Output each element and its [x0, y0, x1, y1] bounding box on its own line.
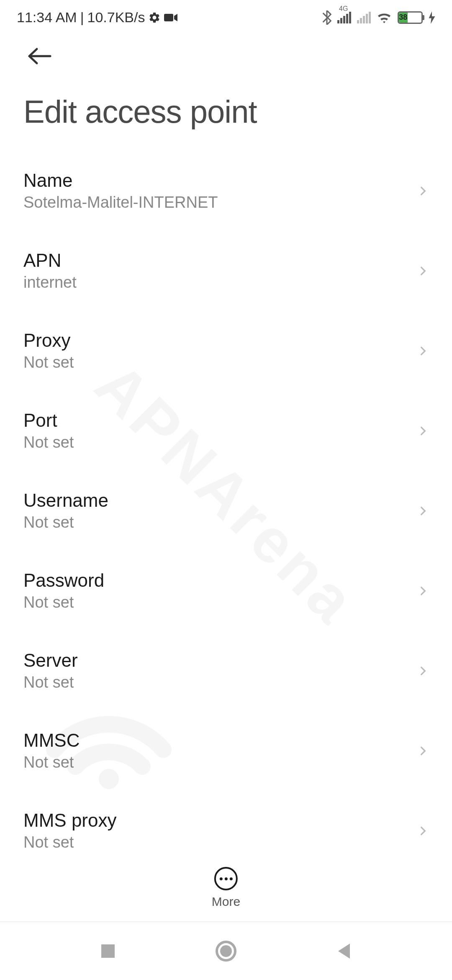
setting-value: Not set	[23, 593, 104, 611]
page-title: Edit access point	[0, 72, 452, 142]
wifi-icon	[377, 12, 392, 23]
chevron-right-icon	[418, 266, 429, 276]
setting-value: Not set	[23, 673, 78, 691]
setting-mms-proxy[interactable]: MMS proxy Not set	[0, 791, 452, 871]
setting-label: APN	[23, 250, 77, 271]
chevron-right-icon	[418, 346, 429, 356]
setting-value: Not set	[23, 433, 74, 451]
setting-value: Not set	[23, 353, 74, 371]
nav-bar	[0, 921, 452, 980]
setting-value: Sotelma-Malitel-INTERNET	[23, 193, 218, 211]
status-time: 11:34 AM	[17, 9, 77, 26]
setting-value: internet	[23, 273, 77, 291]
setting-value: Not set	[23, 753, 80, 771]
setting-label: Name	[23, 170, 218, 191]
square-icon	[100, 943, 116, 959]
signal-2-icon	[357, 12, 371, 23]
settings-list: Name Sotelma-Malitel-INTERNET APN intern…	[0, 142, 452, 879]
svg-point-4	[220, 945, 232, 957]
setting-value: Not set	[23, 513, 108, 531]
setting-proxy[interactable]: Proxy Not set	[0, 311, 452, 391]
more-label: More	[212, 895, 240, 909]
setting-label: MMS proxy	[23, 810, 116, 831]
circle-icon	[215, 940, 237, 962]
status-bar: 11:34 AM | 10.7KB/s 4G	[0, 0, 452, 33]
setting-server[interactable]: Server Not set	[0, 631, 452, 711]
battery-icon: 38	[398, 11, 423, 24]
setting-label: Server	[23, 650, 78, 671]
setting-label: Proxy	[23, 330, 74, 351]
nav-back-button[interactable]	[336, 942, 352, 960]
chevron-right-icon	[418, 665, 429, 676]
setting-label: Password	[23, 570, 104, 591]
setting-username[interactable]: Username Not set	[0, 471, 452, 551]
chevron-right-icon	[418, 186, 429, 196]
setting-label: Port	[23, 410, 74, 431]
nav-recent-button[interactable]	[100, 943, 116, 959]
chevron-right-icon	[418, 426, 429, 436]
more-button[interactable]: More	[212, 867, 240, 909]
signal-1-icon: 4G	[337, 12, 351, 23]
setting-port[interactable]: Port Not set	[0, 391, 452, 471]
setting-label: MMSC	[23, 730, 80, 751]
setting-value: Not set	[23, 833, 116, 851]
charging-icon	[429, 11, 435, 24]
chevron-right-icon	[418, 825, 429, 836]
more-icon	[214, 867, 238, 890]
status-data-rate: 10.7KB/s	[87, 9, 145, 26]
setting-apn[interactable]: APN internet	[0, 231, 452, 311]
chevron-right-icon	[418, 745, 429, 756]
chevron-right-icon	[418, 505, 429, 516]
svg-rect-2	[101, 944, 115, 958]
gear-icon	[148, 11, 161, 24]
camera-icon	[164, 13, 177, 22]
back-button[interactable]	[0, 33, 452, 72]
chevron-right-icon	[418, 585, 429, 596]
setting-mmsc[interactable]: MMSC Not set	[0, 711, 452, 791]
svg-rect-1	[164, 14, 173, 21]
triangle-icon	[336, 942, 352, 960]
setting-label: Username	[23, 490, 108, 511]
status-separator: |	[80, 9, 84, 26]
back-arrow-icon	[25, 46, 54, 67]
setting-name[interactable]: Name Sotelma-Malitel-INTERNET	[0, 151, 452, 231]
setting-password[interactable]: Password Not set	[0, 551, 452, 631]
bluetooth-icon	[322, 10, 331, 25]
nav-home-button[interactable]	[215, 940, 237, 962]
